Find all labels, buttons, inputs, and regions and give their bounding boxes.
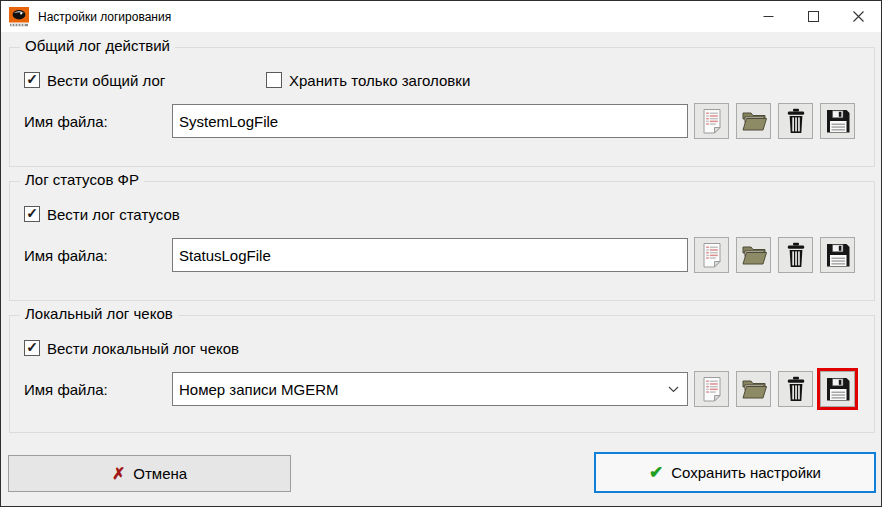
cancel-label: Отмена (133, 465, 187, 482)
combobox-value: Номер записи MGERM (179, 381, 668, 398)
delete-button[interactable] (778, 237, 813, 273)
open-folder-button[interactable] (736, 103, 771, 139)
checkmark-icon: ✓ (26, 340, 38, 354)
checkbox-row: ✓ Вести локальный лог чеков (10, 338, 874, 358)
view-log-icon (700, 108, 724, 134)
checkbox-label: Вести локальный лог чеков (47, 340, 239, 357)
minimize-button[interactable] (746, 1, 791, 32)
group-title: Общий лог действий (20, 37, 175, 54)
maximize-button[interactable] (791, 1, 836, 32)
save-floppy-icon (825, 376, 851, 402)
file-row: Имя файла: (24, 102, 864, 140)
save-file-button[interactable] (820, 237, 855, 273)
checkbox-box[interactable]: ✓ (266, 72, 282, 88)
general-log-filename-input[interactable] (172, 104, 688, 138)
store-headers-only-checkbox[interactable]: ✓ Хранить только заголовки (266, 70, 470, 90)
chevron-down-icon (668, 386, 679, 393)
checkbox-box[interactable]: ✓ (24, 340, 40, 356)
checkmark-icon: ✓ (26, 206, 38, 220)
group-general-log: Общий лог действий ✓ Вести общий лог ✓ Х… (9, 47, 875, 167)
delete-button[interactable] (778, 371, 813, 407)
trash-icon (784, 108, 808, 134)
save-floppy-icon (825, 242, 851, 268)
group-local-receipt-log: Локальный лог чеков ✓ Вести локальный ло… (9, 315, 875, 433)
group-title: Локальный лог чеков (20, 305, 178, 322)
checkmark-icon: ✓ (26, 72, 38, 86)
open-folder-icon (741, 243, 767, 267)
red-cross-icon: ✗ (112, 464, 125, 483)
view-log-icon (700, 376, 724, 402)
green-check-icon: ✔ (649, 462, 663, 483)
dialog-body: Общий лог действий ✓ Вести общий лог ✓ Х… (1, 32, 881, 506)
group-title: Лог статусов ФР (20, 171, 144, 188)
title-bar: Настройки логирования (1, 1, 881, 32)
checkbox-label: Хранить только заголовки (289, 72, 470, 89)
keep-status-log-checkbox[interactable]: ✓ Вести лог статусов (24, 204, 180, 224)
window-controls (746, 1, 881, 32)
trash-icon (784, 242, 808, 268)
checkbox-label: Вести лог статусов (47, 206, 180, 223)
close-button[interactable] (836, 1, 881, 32)
save-settings-button[interactable]: ✔ Сохранить настройки (594, 452, 876, 493)
maximize-icon (808, 11, 819, 22)
save-settings-label: Сохранить настройки (671, 464, 821, 481)
delete-button[interactable] (778, 103, 813, 139)
close-icon (853, 11, 864, 22)
save-file-button-highlighted[interactable] (820, 371, 855, 407)
logging-settings-dialog: Настройки логирования Общий лог действий… (0, 0, 882, 507)
app-eye-icon (9, 7, 29, 27)
trash-icon (784, 376, 808, 402)
filename-label: Имя файла: (24, 113, 172, 130)
keep-general-log-checkbox[interactable]: ✓ Вести общий лог (24, 70, 165, 90)
minimize-icon (763, 11, 774, 22)
open-folder-icon (741, 109, 767, 133)
checkbox-label: Вести общий лог (47, 72, 165, 89)
status-log-filename-input[interactable] (172, 238, 688, 272)
view-log-button[interactable] (694, 103, 729, 139)
open-folder-icon (741, 377, 767, 401)
checkbox-box[interactable]: ✓ (24, 206, 40, 222)
save-floppy-icon (825, 108, 851, 134)
window-title: Настройки логирования (38, 10, 171, 24)
view-log-button[interactable] (694, 371, 729, 407)
file-row: Имя файла: Номер записи MGERM (24, 370, 864, 408)
cancel-button[interactable]: ✗ Отмена (8, 455, 291, 492)
filename-label: Имя файла: (24, 247, 172, 264)
checkbox-row: ✓ Вести лог статусов (10, 204, 874, 224)
open-folder-button[interactable] (736, 237, 771, 273)
filename-combobox[interactable]: Номер записи MGERM (172, 372, 688, 406)
filename-label: Имя файла: (24, 381, 172, 398)
file-row: Имя файла: (24, 236, 864, 274)
checkbox-row: ✓ Вести общий лог ✓ Хранить только загол… (10, 70, 874, 90)
view-log-button[interactable] (694, 237, 729, 273)
open-folder-button[interactable] (736, 371, 771, 407)
checkbox-box[interactable]: ✓ (24, 72, 40, 88)
group-status-log: Лог статусов ФР ✓ Вести лог статусов Имя… (9, 181, 875, 301)
view-log-icon (700, 242, 724, 268)
keep-local-receipt-log-checkbox[interactable]: ✓ Вести локальный лог чеков (24, 338, 239, 358)
save-file-button[interactable] (820, 103, 855, 139)
